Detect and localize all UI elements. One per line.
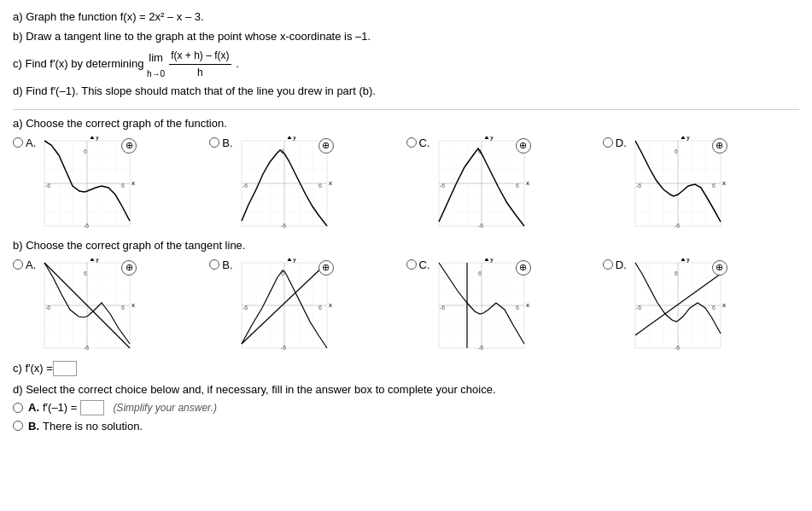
graph-option-b2: B. x ▲y 6 -6 -6 6 [209,258,406,352]
svg-text:-6: -6 [242,183,248,189]
radio-choice-a[interactable] [13,403,23,413]
radio-b1[interactable] [13,259,23,270]
radio-b2[interactable] [209,259,219,270]
choice-row-b: B. There is no solution. [13,420,799,433]
part-c-answer-input[interactable] [53,361,77,376]
svg-text:6: 6 [516,183,519,189]
graph-option-a1: A. x ▲y 6 -6 [13,136,209,230]
label-a1: A. [26,136,36,149]
label-b4: D. [616,258,627,271]
svg-text:-6: -6 [478,345,483,351]
svg-text:-6: -6 [675,345,680,351]
svg-text:-6: -6 [281,223,286,229]
svg-text:6: 6 [712,183,716,189]
choice-b-text: There is no solution. [43,420,143,433]
svg-text:x: x [131,301,135,309]
section-b-title: b) Choose the correct graph of the tange… [13,239,799,252]
svg-text:6: 6 [121,305,125,311]
part-a-instruction: a) Graph the function f(x) = 2x² – x – 3… [13,9,799,26]
graph-option-b3: C. x ▲y 6 -6 -6 6 [406,258,603,352]
radio-a2[interactable] [209,137,219,148]
svg-text:x: x [329,179,332,187]
radio-row-b2[interactable]: B. [209,258,232,271]
svg-text:▲y: ▲y [89,258,99,263]
zoom-icon-b1[interactable]: ⊕ [121,260,137,276]
radio-row-a2[interactable]: B. [209,136,232,149]
svg-text:▲y: ▲y [286,136,296,141]
svg-text:6: 6 [675,270,678,276]
label-b2: B. [222,258,232,271]
svg-text:x: x [526,301,529,309]
graph-option-a2: B. x ▲y 6 -6 -6 6 [209,136,406,230]
radio-row-b3[interactable]: C. [406,258,430,271]
choice-a-answer-box[interactable] [80,400,104,415]
svg-text:-6: -6 [636,305,641,311]
graph-a4: x ▲y 6 -6 -6 6 ⊕ [627,136,729,230]
zoom-icon-a1[interactable]: ⊕ [121,138,137,154]
graph-a3: x ▲y 6 -6 -6 6 ⊕ [430,136,533,230]
svg-text:▲y: ▲y [89,136,99,141]
svg-text:6: 6 [675,148,678,154]
svg-text:x: x [526,179,529,187]
svg-text:▲y: ▲y [483,136,494,141]
graph-option-a3: C. x ▲y 6 -6 -6 6 [406,136,603,230]
part-d-section: d) Select the correct choice below and, … [13,383,799,433]
choice-a-text: f′(–1) = [43,401,77,414]
radio-row-a3[interactable]: C. [406,136,430,149]
radio-row-a4[interactable]: D. [603,136,627,149]
zoom-icon-a4[interactable]: ⊕ [712,138,727,154]
radio-row-a1[interactable]: A. [13,136,36,149]
radio-row-b1[interactable]: A. [13,258,36,271]
choice-a-note: (Simplify your answer.) [113,402,217,414]
label-b1: A. [26,258,36,271]
fraction: f(x + h) – f(x) h [169,48,231,81]
part-c-row: c) f′(x) = [13,361,799,376]
svg-text:-6: -6 [242,305,248,311]
svg-text:-6: -6 [281,345,286,351]
zoom-icon-a2[interactable]: ⊕ [318,138,334,154]
part-c-label: c) f′(x) = [13,362,53,375]
graph-b4: x ▲y 6 -6 -6 6 ⊕ [627,258,729,352]
part-d-label: d) Select the correct choice below and, … [13,383,799,396]
svg-text:6: 6 [712,305,716,311]
svg-text:6: 6 [478,270,482,276]
svg-text:6: 6 [516,305,519,311]
part-c-instruction: c) Find f′(x) by determining lim h→0 f(x… [13,48,799,81]
radio-choice-b[interactable] [13,421,23,431]
svg-text:6: 6 [84,270,87,276]
svg-text:x: x [329,301,332,309]
graph-option-b4: D. x ▲y 6 -6 -6 6 [603,258,799,352]
graph-b2: x ▲y 6 -6 -6 6 ⊕ [233,258,336,352]
radio-b3[interactable] [406,259,417,270]
svg-text:x: x [722,301,726,309]
zoom-icon-b2[interactable]: ⊕ [318,260,334,276]
radio-b4[interactable] [603,259,613,270]
graph-b1: x ▲y 6 -6 -6 6 ⊕ [36,258,138,352]
svg-text:6: 6 [318,183,322,189]
svg-text:-6: -6 [636,183,641,189]
choice-row-a: A. f′(–1) = (Simplify your answer.) [13,400,799,415]
zoom-icon-a3[interactable]: ⊕ [516,138,531,154]
svg-text:-6: -6 [84,345,89,351]
section-a-title: a) Choose the correct graph of the funct… [13,117,799,130]
svg-text:▲y: ▲y [483,258,494,263]
svg-text:-6: -6 [440,305,445,311]
limit-expression: lim h→0 f(x + h) – f(x) h [147,48,232,81]
svg-text:-6: -6 [478,223,483,229]
svg-text:-6: -6 [84,223,89,229]
graph-option-b1: A. x ▲y 6 -6 -6 6 [13,258,209,352]
zoom-icon-b4[interactable]: ⊕ [712,260,727,276]
label-a2: B. [222,136,232,149]
radio-row-b4[interactable]: D. [603,258,627,271]
svg-text:-6: -6 [45,305,50,311]
svg-text:6: 6 [318,305,322,311]
graph-a2: x ▲y 6 -6 -6 6 ⊕ [233,136,336,230]
svg-text:▲y: ▲y [680,136,690,141]
radio-a4[interactable] [603,137,613,148]
radio-a1[interactable] [13,137,23,148]
svg-text:▲y: ▲y [286,258,296,263]
radio-a3[interactable] [406,137,417,148]
zoom-icon-b3[interactable]: ⊕ [516,260,531,276]
graphs-row-a: A. x ▲y 6 -6 [13,136,799,230]
divider-top [13,109,799,110]
